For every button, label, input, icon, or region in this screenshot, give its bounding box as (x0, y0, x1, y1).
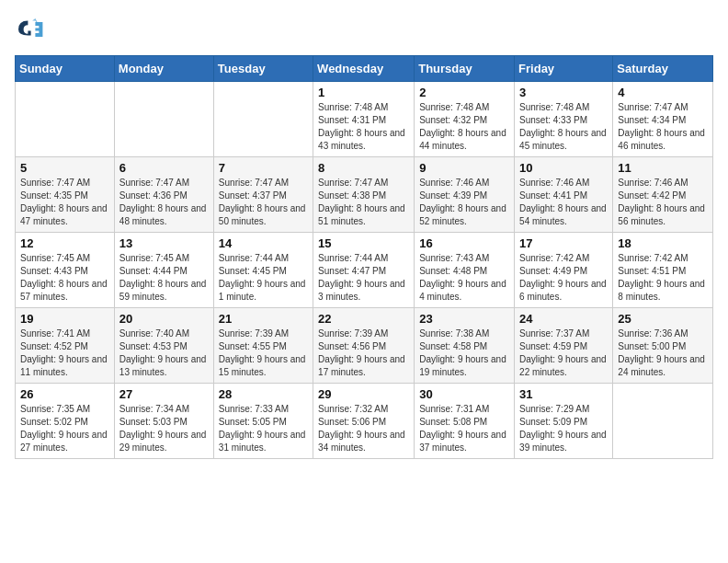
day-number: 26 (20, 387, 109, 401)
day-number: 24 (519, 312, 608, 326)
logo (15, 15, 48, 44)
day-info: Sunrise: 7:47 AM Sunset: 4:35 PM Dayligh… (20, 177, 109, 228)
calendar-cell: 6Sunrise: 7:47 AM Sunset: 4:36 PM Daylig… (114, 157, 213, 233)
calendar-cell: 10Sunrise: 7:46 AM Sunset: 4:41 PM Dayli… (515, 157, 613, 233)
weekday-header-sunday: Sunday (16, 56, 115, 82)
day-number: 23 (419, 312, 509, 326)
day-info: Sunrise: 7:40 AM Sunset: 4:53 PM Dayligh… (119, 327, 209, 379)
calendar-cell: 18Sunrise: 7:42 AM Sunset: 4:51 PM Dayli… (613, 233, 713, 308)
day-number: 19 (20, 312, 109, 326)
weekday-header-friday: Friday (515, 56, 613, 82)
day-info: Sunrise: 7:48 AM Sunset: 4:31 PM Dayligh… (318, 101, 409, 153)
day-number: 25 (618, 312, 708, 326)
calendar-cell: 28Sunrise: 7:33 AM Sunset: 5:05 PM Dayli… (213, 384, 313, 459)
calendar-cell: 8Sunrise: 7:47 AM Sunset: 4:38 PM Daylig… (313, 157, 415, 233)
day-info: Sunrise: 7:45 AM Sunset: 4:44 PM Dayligh… (119, 252, 209, 304)
calendar-cell: 11Sunrise: 7:46 AM Sunset: 4:42 PM Dayli… (613, 157, 713, 233)
day-number: 21 (219, 312, 308, 326)
calendar-cell: 24Sunrise: 7:37 AM Sunset: 4:59 PM Dayli… (515, 308, 613, 384)
day-number: 18 (618, 236, 708, 250)
calendar-cell: 16Sunrise: 7:43 AM Sunset: 4:48 PM Dayli… (415, 233, 515, 308)
day-info: Sunrise: 7:34 AM Sunset: 5:03 PM Dayligh… (119, 403, 209, 454)
calendar-cell: 12Sunrise: 7:45 AM Sunset: 4:43 PM Dayli… (16, 233, 115, 308)
calendar-cell: 1Sunrise: 7:48 AM Sunset: 4:31 PM Daylig… (313, 82, 415, 157)
weekday-header-saturday: Saturday (613, 56, 713, 82)
calendar-cell: 27Sunrise: 7:34 AM Sunset: 5:03 PM Dayli… (114, 384, 213, 459)
day-info: Sunrise: 7:47 AM Sunset: 4:37 PM Dayligh… (219, 177, 308, 228)
calendar-cell: 14Sunrise: 7:44 AM Sunset: 4:45 PM Dayli… (213, 233, 313, 308)
day-number: 3 (519, 86, 608, 99)
day-number: 16 (419, 236, 509, 250)
day-number: 10 (519, 161, 608, 175)
day-number: 22 (318, 312, 409, 326)
day-info: Sunrise: 7:46 AM Sunset: 4:39 PM Dayligh… (419, 177, 509, 228)
day-number: 20 (119, 312, 209, 326)
day-info: Sunrise: 7:46 AM Sunset: 4:42 PM Dayligh… (618, 177, 708, 228)
week-row-1: 1Sunrise: 7:48 AM Sunset: 4:31 PM Daylig… (16, 82, 713, 157)
day-info: Sunrise: 7:48 AM Sunset: 4:33 PM Dayligh… (519, 101, 608, 153)
day-number: 11 (618, 161, 708, 175)
calendar-cell: 30Sunrise: 7:31 AM Sunset: 5:08 PM Dayli… (415, 384, 515, 459)
weekday-header-monday: Monday (114, 56, 213, 82)
calendar-cell (213, 82, 313, 157)
day-number: 12 (20, 236, 109, 250)
week-row-5: 26Sunrise: 7:35 AM Sunset: 5:02 PM Dayli… (16, 384, 713, 459)
day-info: Sunrise: 7:38 AM Sunset: 4:58 PM Dayligh… (419, 327, 509, 379)
day-info: Sunrise: 7:47 AM Sunset: 4:36 PM Dayligh… (119, 177, 209, 228)
calendar-cell: 15Sunrise: 7:44 AM Sunset: 4:47 PM Dayli… (313, 233, 415, 308)
day-number: 7 (219, 161, 308, 175)
day-info: Sunrise: 7:33 AM Sunset: 5:05 PM Dayligh… (219, 403, 308, 454)
calendar-cell: 25Sunrise: 7:36 AM Sunset: 5:00 PM Dayli… (613, 308, 713, 384)
day-number: 1 (318, 86, 409, 99)
day-number: 31 (519, 387, 608, 401)
day-info: Sunrise: 7:47 AM Sunset: 4:34 PM Dayligh… (618, 101, 708, 153)
day-info: Sunrise: 7:46 AM Sunset: 4:41 PM Dayligh… (519, 177, 608, 228)
calendar-cell: 9Sunrise: 7:46 AM Sunset: 4:39 PM Daylig… (415, 157, 515, 233)
day-info: Sunrise: 7:42 AM Sunset: 4:49 PM Dayligh… (519, 252, 608, 304)
calendar-cell: 29Sunrise: 7:32 AM Sunset: 5:06 PM Dayli… (313, 384, 415, 459)
day-number: 13 (119, 236, 209, 250)
day-info: Sunrise: 7:37 AM Sunset: 4:59 PM Dayligh… (519, 327, 608, 379)
day-number: 4 (618, 86, 708, 99)
day-number: 27 (119, 387, 209, 401)
day-number: 30 (419, 387, 509, 401)
calendar-cell: 19Sunrise: 7:41 AM Sunset: 4:52 PM Dayli… (16, 308, 115, 384)
weekday-header-wednesday: Wednesday (313, 56, 415, 82)
day-info: Sunrise: 7:41 AM Sunset: 4:52 PM Dayligh… (20, 327, 109, 379)
calendar-cell: 23Sunrise: 7:38 AM Sunset: 4:58 PM Dayli… (415, 308, 515, 384)
day-info: Sunrise: 7:48 AM Sunset: 4:32 PM Dayligh… (419, 101, 509, 153)
week-row-2: 5Sunrise: 7:47 AM Sunset: 4:35 PM Daylig… (16, 157, 713, 233)
calendar-cell: 13Sunrise: 7:45 AM Sunset: 4:44 PM Dayli… (114, 233, 213, 308)
calendar-cell: 4Sunrise: 7:47 AM Sunset: 4:34 PM Daylig… (613, 82, 713, 157)
day-info: Sunrise: 7:45 AM Sunset: 4:43 PM Dayligh… (20, 252, 109, 304)
calendar-cell: 20Sunrise: 7:40 AM Sunset: 4:53 PM Dayli… (114, 308, 213, 384)
calendar-cell: 5Sunrise: 7:47 AM Sunset: 4:35 PM Daylig… (16, 157, 115, 233)
calendar-cell (613, 384, 713, 459)
day-info: Sunrise: 7:42 AM Sunset: 4:51 PM Dayligh… (618, 252, 708, 304)
calendar-cell: 2Sunrise: 7:48 AM Sunset: 4:32 PM Daylig… (415, 82, 515, 157)
day-info: Sunrise: 7:31 AM Sunset: 5:08 PM Dayligh… (419, 403, 509, 454)
week-row-4: 19Sunrise: 7:41 AM Sunset: 4:52 PM Dayli… (16, 308, 713, 384)
day-info: Sunrise: 7:36 AM Sunset: 5:00 PM Dayligh… (618, 327, 708, 379)
day-number: 14 (219, 236, 308, 250)
weekday-header-row: SundayMondayTuesdayWednesdayThursdayFrid… (16, 56, 713, 82)
day-info: Sunrise: 7:44 AM Sunset: 4:47 PM Dayligh… (318, 252, 409, 304)
weekday-header-tuesday: Tuesday (213, 56, 313, 82)
calendar-cell: 31Sunrise: 7:29 AM Sunset: 5:09 PM Dayli… (515, 384, 613, 459)
calendar-cell: 3Sunrise: 7:48 AM Sunset: 4:33 PM Daylig… (515, 82, 613, 157)
week-row-3: 12Sunrise: 7:45 AM Sunset: 4:43 PM Dayli… (16, 233, 713, 308)
day-info: Sunrise: 7:29 AM Sunset: 5:09 PM Dayligh… (519, 403, 608, 454)
day-number: 15 (318, 236, 409, 250)
day-info: Sunrise: 7:39 AM Sunset: 4:55 PM Dayligh… (219, 327, 308, 379)
calendar-cell: 17Sunrise: 7:42 AM Sunset: 4:49 PM Dayli… (515, 233, 613, 308)
day-info: Sunrise: 7:43 AM Sunset: 4:48 PM Dayligh… (419, 252, 509, 304)
day-info: Sunrise: 7:39 AM Sunset: 4:56 PM Dayligh… (318, 327, 409, 379)
page-header (15, 15, 713, 44)
day-info: Sunrise: 7:47 AM Sunset: 4:38 PM Dayligh… (318, 177, 409, 228)
day-info: Sunrise: 7:32 AM Sunset: 5:06 PM Dayligh… (318, 403, 409, 454)
day-info: Sunrise: 7:35 AM Sunset: 5:02 PM Dayligh… (20, 403, 109, 454)
day-number: 6 (119, 161, 209, 175)
logo-icon (15, 15, 44, 44)
calendar-cell: 26Sunrise: 7:35 AM Sunset: 5:02 PM Dayli… (16, 384, 115, 459)
day-number: 2 (419, 86, 509, 99)
